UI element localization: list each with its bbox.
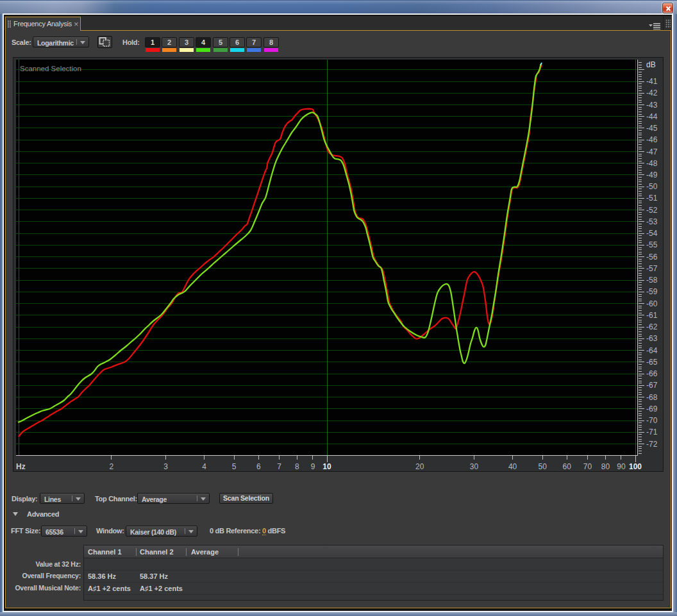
svg-text:10: 10 bbox=[322, 462, 331, 471]
svg-text:-42: -42 bbox=[646, 88, 658, 97]
svg-text:-68: -68 bbox=[646, 393, 658, 402]
svg-text:7: 7 bbox=[277, 462, 281, 471]
svg-text:Scanned Selection: Scanned Selection bbox=[20, 65, 81, 72]
svg-text:-41: -41 bbox=[646, 77, 658, 86]
svg-text:-44: -44 bbox=[646, 112, 658, 121]
svg-text:20: 20 bbox=[415, 462, 424, 471]
svg-text:-72: -72 bbox=[646, 440, 658, 449]
svg-text:-62: -62 bbox=[646, 322, 658, 331]
svg-text:-59: -59 bbox=[646, 287, 658, 296]
svg-text:-56: -56 bbox=[646, 253, 658, 262]
svg-text:2: 2 bbox=[109, 462, 113, 471]
svg-text:3: 3 bbox=[163, 462, 168, 471]
svg-text:90: 90 bbox=[617, 462, 626, 471]
svg-text:70: 70 bbox=[583, 462, 592, 471]
svg-text:-51: -51 bbox=[646, 194, 658, 203]
svg-text:60: 60 bbox=[563, 462, 572, 471]
svg-text:-50: -50 bbox=[646, 182, 658, 191]
svg-text:-66: -66 bbox=[646, 369, 658, 378]
svg-text:-67: -67 bbox=[646, 381, 658, 390]
svg-text:-55: -55 bbox=[646, 240, 658, 249]
svg-text:-52: -52 bbox=[646, 206, 658, 215]
svg-text:6: 6 bbox=[256, 462, 261, 471]
svg-text:-61: -61 bbox=[646, 311, 658, 320]
svg-text:50: 50 bbox=[539, 462, 547, 471]
svg-text:-69: -69 bbox=[646, 404, 658, 413]
svg-text:-63: -63 bbox=[646, 334, 658, 343]
svg-text:9: 9 bbox=[311, 462, 315, 471]
svg-text:-71: -71 bbox=[646, 428, 658, 437]
svg-text:-64: -64 bbox=[646, 346, 658, 355]
svg-text:-48: -48 bbox=[646, 159, 658, 168]
svg-text:30: 30 bbox=[470, 462, 479, 471]
svg-text:5: 5 bbox=[232, 462, 237, 471]
svg-text:dB: dB bbox=[646, 60, 656, 69]
svg-text:-53: -53 bbox=[646, 217, 658, 226]
svg-text:-70: -70 bbox=[646, 416, 658, 425]
svg-text:40: 40 bbox=[508, 462, 517, 471]
svg-text:-47: -47 bbox=[646, 147, 658, 156]
svg-text:-45: -45 bbox=[646, 124, 658, 133]
svg-text:-58: -58 bbox=[646, 276, 658, 285]
svg-text:80: 80 bbox=[601, 462, 610, 471]
svg-text:-46: -46 bbox=[646, 135, 658, 144]
svg-text:-65: -65 bbox=[646, 358, 658, 367]
svg-text:-60: -60 bbox=[646, 299, 658, 308]
svg-text:Hz: Hz bbox=[16, 462, 26, 471]
svg-text:-43: -43 bbox=[646, 101, 658, 110]
svg-text:-54: -54 bbox=[646, 229, 658, 238]
svg-text:8: 8 bbox=[295, 462, 299, 471]
svg-text:4: 4 bbox=[202, 462, 206, 471]
svg-text:100: 100 bbox=[629, 462, 642, 471]
svg-text:-49: -49 bbox=[646, 171, 658, 179]
svg-text:-57: -57 bbox=[646, 264, 658, 273]
